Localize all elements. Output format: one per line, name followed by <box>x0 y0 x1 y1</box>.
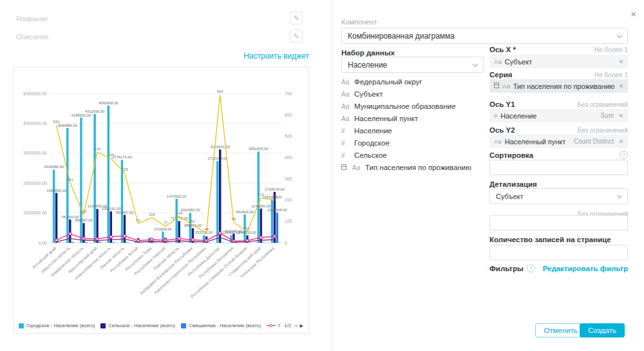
dataset-select[interactable]: Население <box>341 57 484 73</box>
create-button[interactable]: Создать <box>580 323 625 337</box>
legend-item[interactable]: Городское - Население (всего) <box>19 323 95 328</box>
field-subject[interactable]: Аа Субъект <box>341 90 486 98</box>
pencil-icon: ✎ <box>293 32 299 41</box>
cancel-button[interactable]: Отменить <box>535 323 586 337</box>
svg-text:48: 48 <box>204 227 209 231</box>
svg-text:372809,00: 372809,00 <box>154 227 171 231</box>
detail-input[interactable] <box>489 215 628 231</box>
legend-item[interactable]: Городское - Населенный пункт <box>267 323 280 328</box>
svg-text:395: 395 <box>108 153 115 157</box>
axis-y1-chip[interactable]: # Население Sum × <box>489 109 628 122</box>
axis-x-header: Ось X * Не более 1 <box>489 46 628 53</box>
edit-filter-link[interactable]: Редактировать фильтр <box>543 265 628 272</box>
component-select[interactable]: Комбинированная диаграмма <box>341 28 628 44</box>
field-municipality[interactable]: Аа Муниципальное образование <box>341 102 486 110</box>
dataset-select-value: Население <box>348 61 387 70</box>
field-population-type[interactable]: Аа Тип населения по проживанию <box>341 164 486 171</box>
detail-header: Детализация <box>489 180 628 188</box>
svg-text:3000000,00: 3000000,00 <box>23 151 47 155</box>
edit-description-button[interactable]: ✎ <box>290 30 303 43</box>
page-size-header: Количество записей на странице <box>489 236 628 243</box>
close-icon[interactable]: × <box>630 9 636 19</box>
text-field-icon: Аа <box>341 91 350 98</box>
series-header: Серия Не более 1 <box>489 71 628 79</box>
svg-text:551: 551 <box>53 120 61 124</box>
name-label: Название <box>16 15 48 23</box>
remove-icon[interactable]: × <box>619 58 623 66</box>
svg-text:200: 200 <box>285 198 292 202</box>
svg-text:210: 210 <box>258 193 265 196</box>
dataset-header: Набор данных <box>341 49 483 57</box>
remove-icon[interactable]: × <box>619 138 623 146</box>
configure-widget-link[interactable]: Настроить виджет <box>16 52 309 61</box>
svg-text:281: 281 <box>67 178 74 182</box>
text-field-icon: Аа <box>352 164 361 171</box>
text-field-icon: Аа <box>494 138 502 145</box>
svg-text:118: 118 <box>149 213 155 216</box>
svg-text:1704678,00: 1704678,00 <box>265 187 285 191</box>
svg-text:52: 52 <box>245 227 250 231</box>
aggregation-label[interactable]: Sum <box>600 112 614 119</box>
calendar-icon <box>341 164 348 171</box>
filters-label: Фильтры <box>489 265 524 272</box>
widget-editor: Название ✎ Описание ✎ Настроить виджет 0… <box>0 0 644 351</box>
svg-text:3840886,00: 3840886,00 <box>57 124 77 128</box>
svg-text:2732346,00: 2732346,00 <box>207 157 227 160</box>
svg-text:693: 693 <box>217 90 224 93</box>
detail-select[interactable]: Субъект <box>489 188 628 204</box>
remove-icon[interactable]: × <box>619 112 623 120</box>
svg-text:328: 328 <box>121 167 128 171</box>
legend-item[interactable]: Сельское - Население (всего) <box>100 323 175 328</box>
svg-text:951816,00: 951816,00 <box>236 210 253 214</box>
svg-text:4000000,00: 4000000,00 <box>23 121 47 126</box>
svg-text:1009568,00: 1009568,00 <box>267 208 287 212</box>
svg-text:91: 91 <box>136 218 140 222</box>
aggregation-label[interactable]: Count Distinct <box>574 138 614 145</box>
name-field-row: Название ✎ <box>16 12 303 26</box>
svg-text:77: 77 <box>164 221 168 225</box>
svg-text:1000000,00: 1000000,00 <box>23 211 47 215</box>
filters-row: Фильтры ? Редактировать фильтр <box>489 264 628 272</box>
page-size-input[interactable] <box>489 245 628 260</box>
help-icon[interactable]: ? <box>620 151 628 159</box>
svg-text:300: 300 <box>285 176 292 181</box>
series-chip[interactable]: Аа Тип населения по проживанию × <box>489 79 628 93</box>
sorting-input[interactable] <box>489 160 628 175</box>
svg-text:2446985,00: 2446985,00 <box>44 165 64 169</box>
svg-text:1145000,00: 1145000,00 <box>251 204 270 208</box>
remove-icon[interactable]: × <box>619 82 623 90</box>
svg-text:0: 0 <box>285 241 287 245</box>
edit-name-button[interactable]: ✎ <box>290 12 303 24</box>
svg-text:4311695,00: 4311695,00 <box>85 109 104 113</box>
field-rural[interactable]: # Сельское <box>341 151 486 159</box>
help-icon[interactable]: ? <box>527 264 535 272</box>
sorting-header: Сортировка ? <box>489 151 628 159</box>
svg-text:3123631,00: 3123631,00 <box>210 145 230 149</box>
text-field-icon: Аа <box>502 82 510 90</box>
field-urban[interactable]: # Городское <box>341 139 486 147</box>
svg-text:400: 400 <box>285 155 292 160</box>
svg-text:933607,00: 933607,00 <box>116 211 133 214</box>
axis-y2-chip[interactable]: Аа Населенный пункт Count Distinct × <box>489 135 628 148</box>
field-settlement[interactable]: Аа Населенный пункт <box>341 115 486 122</box>
field-population[interactable]: # Население <box>341 127 486 135</box>
svg-text:132: 132 <box>80 209 88 213</box>
text-field-icon: Аа <box>341 103 350 110</box>
combo-chart[interactable]: 0,001000000,002000000,003000000,00400000… <box>14 68 308 303</box>
svg-text:200: 200 <box>271 195 278 199</box>
field-federal-district[interactable]: Аа Федеральный округ <box>341 78 486 86</box>
svg-text:1002981,00: 1002981,00 <box>180 208 200 212</box>
svg-text:2000000,00: 2000000,00 <box>23 181 47 185</box>
legend-items: Городское - Население (всего)Сельское - … <box>19 323 280 328</box>
svg-text:500: 500 <box>285 134 292 138</box>
axis-y1-header: Ось Y1 Без ограничений <box>489 100 628 108</box>
svg-text:96: 96 <box>232 217 236 221</box>
svg-text:488894,00: 488894,00 <box>184 223 202 227</box>
legend-item[interactable]: Смешанная - Население (всего) <box>181 323 261 328</box>
axis-x-chip[interactable]: Аа Субъект × <box>489 55 628 68</box>
dataset-label: Набор данных <box>341 49 395 57</box>
legend-next-icon[interactable]: ▶ <box>300 323 303 328</box>
svg-text:2774176,00: 2774176,00 <box>112 155 132 159</box>
legend-prev-icon[interactable]: ◀ <box>294 323 297 328</box>
chart-card: 0,001000000,002000000,003000000,00400000… <box>13 67 309 334</box>
